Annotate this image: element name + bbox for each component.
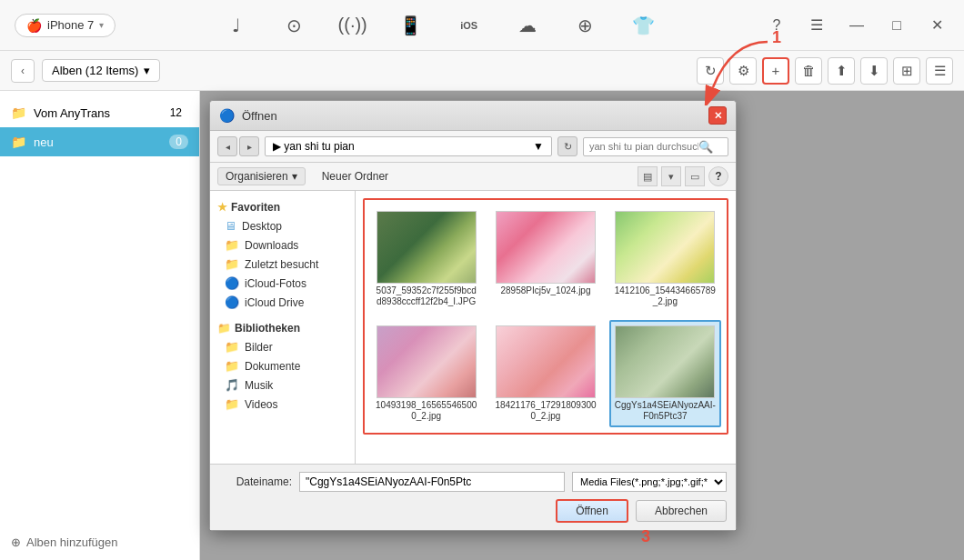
- dialog-help-button[interactable]: ?: [708, 166, 728, 186]
- tree-item-recent[interactable]: 📁 Zuletzt besucht: [210, 255, 355, 274]
- view-panel-button[interactable]: ▭: [685, 166, 705, 186]
- favorites-header: ★ Favoriten: [210, 198, 355, 216]
- back-button[interactable]: ‹: [11, 59, 35, 83]
- album-chevron-icon: ▾: [144, 64, 150, 77]
- new-folder-button[interactable]: Neuer Ordner: [313, 168, 397, 185]
- tree-item-bilder[interactable]: 📁 Bilder: [210, 337, 355, 356]
- refresh-button[interactable]: ↻: [697, 57, 724, 85]
- folder-icon: 📁: [11, 105, 26, 120]
- cloud-icon[interactable]: ☁: [513, 11, 542, 40]
- photo-cell-5[interactable]: CggYs1a4SEiANyozAAI-F0n5Ptc37: [609, 320, 721, 427]
- tree-item-icloud-drive[interactable]: 🔵 iCloud Drive: [210, 293, 355, 312]
- filename-label: Dateiname:: [219, 475, 292, 488]
- tree-item-label: Desktop: [242, 220, 282, 233]
- star-icon: ★: [217, 201, 227, 214]
- add-album-button[interactable]: ⊕ Alben hinzufügen: [11, 535, 117, 549]
- grid-panel[interactable]: 5037_59352c7f255f9bcdd8938cccff12f2b4_I.…: [356, 191, 736, 464]
- view-mode-down-button[interactable]: ▾: [661, 166, 681, 186]
- annotation-num-3: 3: [641, 527, 650, 546]
- libraries-header: 📁 Bibliotheken: [210, 319, 355, 337]
- photo-cell-3[interactable]: 10493198_165655465000_2.jpg: [370, 320, 482, 427]
- dialog-icon: 🔵: [219, 108, 235, 123]
- menu-button[interactable]: ☰: [804, 13, 829, 38]
- libraries-section: 📁 Bibliotheken 📁 Bilder 📁 Dokumente: [210, 315, 355, 417]
- device-selector[interactable]: 🍎 iPhone 7 ▾: [15, 14, 115, 37]
- tree-item-label: Downloads: [245, 239, 298, 252]
- open-button[interactable]: Öffnen: [556, 499, 628, 523]
- tree-item-icloud-photos[interactable]: 🔵 iCloud-Fotos: [210, 274, 355, 293]
- search-box: 🔍: [583, 137, 728, 156]
- tree-item-dokumente[interactable]: 📁 Dokumente: [210, 356, 355, 375]
- add-album-label: Alben hinzufügen: [26, 535, 117, 549]
- list-view-button[interactable]: ☰: [926, 57, 953, 85]
- apple-icon: 🍎: [26, 18, 42, 33]
- filetype-select[interactable]: Media Files(*.png;*.jpg;*.gif;*.jp: [572, 472, 727, 492]
- dokumente-icon: 📁: [225, 359, 239, 373]
- address-path[interactable]: ▶ yan shi tu pian ▼: [265, 136, 552, 156]
- organize-button[interactable]: Organisieren ▾: [217, 167, 306, 185]
- desktop-icon: 🖥: [225, 219, 236, 233]
- grid-view-button[interactable]: ⊞: [893, 57, 920, 85]
- sidebar-item-neu[interactable]: 📁 neu 0: [0, 127, 199, 156]
- settings-button[interactable]: ⚙: [729, 57, 757, 85]
- address-chevron-icon: ▼: [533, 140, 544, 153]
- address-forward-button[interactable]: ▸: [239, 136, 259, 156]
- album-label: Alben (12 Items): [52, 64, 138, 77]
- download-icon[interactable]: ⊕: [571, 11, 600, 40]
- dialog-close-button[interactable]: ✕: [708, 106, 727, 125]
- favorites-label: Favoriten: [231, 201, 280, 214]
- dialog-bottom: Dateiname: Media Files(*.png;*.jpg;*.gif…: [210, 464, 736, 530]
- sidebar-item-count: 12: [164, 105, 188, 120]
- album-selector[interactable]: Alben (12 Items) ▾: [42, 59, 160, 82]
- wifi-sync-icon[interactable]: ((·)): [338, 11, 367, 40]
- address-back-button[interactable]: ◂: [217, 136, 237, 156]
- open-file-dialog: 1 🔵 Öffnen ✕ ◂ ▸ ▶ yan shi tu: [209, 100, 737, 531]
- tree-panel: ★ Favoriten 🖥 Desktop 📁 Downloads: [210, 191, 356, 464]
- maximize-button[interactable]: □: [884, 13, 909, 38]
- dialog-title: Öffnen: [242, 109, 701, 123]
- tshirt-icon[interactable]: 👕: [629, 11, 658, 40]
- view-mode-button[interactable]: ▤: [638, 166, 658, 186]
- photo-cell-2[interactable]: 1412106_154434665789_2.jpg: [609, 205, 721, 313]
- export-button[interactable]: ⬆: [828, 57, 855, 85]
- filename-input[interactable]: [299, 472, 565, 492]
- tree-item-musik[interactable]: 🎵 Musik: [210, 375, 355, 395]
- libraries-label: Bibliotheken: [235, 322, 300, 335]
- tree-item-label: iCloud-Fotos: [245, 277, 306, 290]
- recent-icon: 📁: [225, 257, 239, 271]
- sidebar-item-vom-anytrans[interactable]: 📁 Vom AnyTrans 12: [0, 98, 199, 127]
- icloud-drive-icon: 🔵: [225, 295, 239, 309]
- import-button[interactable]: ⬇: [860, 57, 888, 85]
- dialog-overlay: 1 🔵 Öffnen ✕ ◂ ▸ ▶ yan shi tu: [200, 91, 964, 560]
- dialog-address-bar: ◂ ▸ ▶ yan shi tu pian ▼ ↻ 🔍: [210, 131, 736, 163]
- photo-thumbnail-2: [615, 211, 715, 284]
- photo-cell-4[interactable]: 18421176_172918093000_2.jpg: [489, 320, 601, 427]
- tree-item-desktop[interactable]: 🖥 Desktop: [210, 216, 355, 235]
- photo-cell-1[interactable]: 28958PIcj5v_1024.jpg: [489, 205, 601, 313]
- address-refresh-button[interactable]: ↻: [557, 136, 577, 156]
- libraries-icon: 📁: [217, 322, 231, 335]
- ios-icon[interactable]: iOS: [455, 11, 484, 40]
- tree-item-label: iCloud Drive: [245, 296, 304, 309]
- phone-icon[interactable]: 📱: [397, 11, 426, 40]
- add-photos-button[interactable]: +: [762, 57, 789, 85]
- music-icon[interactable]: ♩: [222, 11, 251, 40]
- top-toolbar: 🍎 iPhone 7 ▾ ♩ ⊙ ((·)) 📱 iOS ☁ ⊕ 👕 ? ☰ —…: [0, 0, 964, 51]
- tree-item-downloads[interactable]: 📁 Downloads: [210, 235, 355, 255]
- tree-item-videos[interactable]: 📁 Videos: [210, 395, 355, 414]
- view-controls: ▤ ▾ ▭ ?: [638, 166, 728, 186]
- photo-name-1: 28958PIcj5v_1024.jpg: [501, 285, 591, 296]
- close-button[interactable]: ✕: [924, 13, 949, 38]
- minimize-button[interactable]: —: [844, 13, 869, 38]
- search-input[interactable]: [589, 141, 698, 152]
- photo-thumbnail-4: [496, 325, 596, 398]
- icloud-photos-icon: 🔵: [225, 276, 239, 290]
- folder-active-icon: 📁: [11, 135, 26, 149]
- photo-area: 1 🔵 Öffnen ✕ ◂ ▸ ▶ yan shi tu: [200, 91, 964, 560]
- photo-name-5: CggYs1a4SEiANyozAAI-F0n5Ptc37: [615, 400, 716, 422]
- cancel-button[interactable]: Abbrechen: [636, 500, 727, 522]
- delete-button[interactable]: 🗑: [795, 57, 822, 85]
- sidebar-item-neu-label: neu: [34, 135, 162, 149]
- history-icon[interactable]: ⊙: [280, 11, 309, 40]
- photo-cell-0[interactable]: 5037_59352c7f255f9bcdd8938cccff12f2b4_I.…: [370, 205, 482, 313]
